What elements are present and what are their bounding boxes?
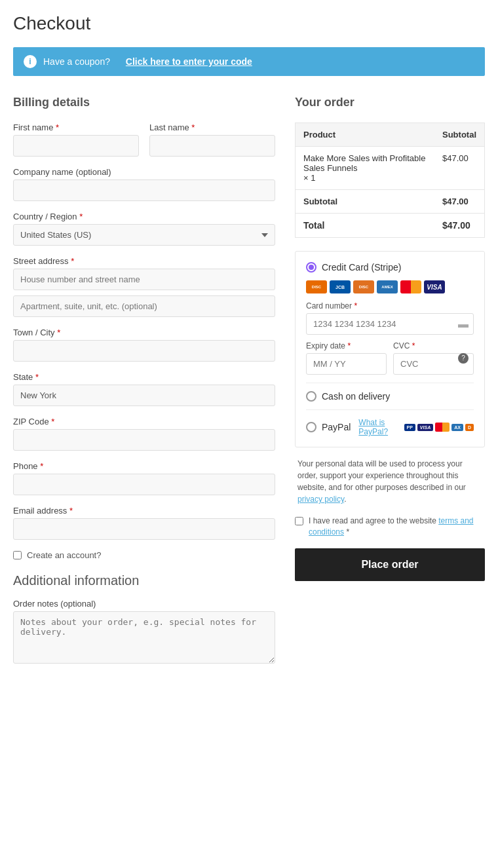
cc-radio[interactable] <box>306 262 316 273</box>
state-label: State * <box>13 372 275 382</box>
total-label: Total <box>296 214 435 238</box>
paypal-amex-icon: AX <box>451 424 463 431</box>
discover2-icon: DISC <box>353 280 374 293</box>
create-account-checkbox[interactable] <box>13 551 22 559</box>
expiry-input[interactable] <box>306 353 387 375</box>
company-label: Company name (optional) <box>13 167 275 177</box>
payment-divider-2 <box>306 409 474 410</box>
order-notes-input[interactable] <box>13 611 275 664</box>
payment-section: Credit Card (Stripe) DISC JCB DISC AMEX … <box>295 251 485 447</box>
country-label: Country / Region * <box>13 212 275 221</box>
order-notes-label: Order notes (optional) <box>13 599 275 609</box>
order-section: Your order Product Subtotal Make More Sa… <box>295 96 485 676</box>
cash-label: Cash on delivery <box>322 391 390 402</box>
privacy-policy-link[interactable]: privacy policy <box>297 495 344 504</box>
city-input[interactable] <box>13 340 275 362</box>
billing-section: Billing details First name * Last name *… <box>13 96 275 676</box>
paypal-link[interactable]: What is PayPal? <box>358 418 398 436</box>
paypal-logo-icon: PP <box>404 424 415 431</box>
card-number-label: Card number * <box>306 301 474 311</box>
country-group: Country / Region * United States (US) <box>13 212 275 246</box>
page-title: Checkout <box>13 13 485 34</box>
table-row: Make More Sales with Profitable Sales Fu… <box>296 147 485 190</box>
expiry-label: Expiry date * <box>306 341 387 350</box>
street-label: Street address * <box>13 256 275 266</box>
create-account-label: Create an account? <box>27 550 101 560</box>
cc-option[interactable]: Credit Card (Stripe) DISC JCB DISC AMEX … <box>306 262 474 375</box>
terms-row: I have read and agree to the website ter… <box>295 516 485 538</box>
city-group: Town / City * <box>13 328 275 362</box>
additional-info-title: Additional information <box>13 573 275 588</box>
coupon-banner: i Have a coupon? Click here to enter you… <box>13 47 485 76</box>
cvc-group: CVC * ? <box>393 341 474 375</box>
last-name-label: Last name * <box>149 123 275 132</box>
total-row: Total $47.00 <box>296 214 485 238</box>
paypal-option[interactable]: PayPal What is PayPal? PP VISA AX D <box>306 418 474 436</box>
cc-icons: DISC JCB DISC AMEX VISA <box>306 280 474 293</box>
company-group: Company name (optional) <box>13 167 275 201</box>
paypal-mc-icon <box>435 423 450 432</box>
total-value: $47.00 <box>434 214 485 238</box>
jcb-icon: JCB <box>330 280 351 293</box>
name-row: First name * Last name * <box>13 123 275 157</box>
email-group: Email address * <box>13 506 275 540</box>
cvc-help-icon[interactable]: ? <box>458 353 469 364</box>
terms-checkbox[interactable] <box>295 517 303 525</box>
last-name-group: Last name * <box>149 123 275 157</box>
card-number-field: ▬ <box>306 313 474 335</box>
product-name-cell: Make More Sales with Profitable Sales Fu… <box>296 147 435 190</box>
card-number-input[interactable] <box>306 313 474 335</box>
billing-title: Billing details <box>13 96 275 109</box>
state-input[interactable] <box>13 385 275 406</box>
order-title: Your order <box>295 96 485 109</box>
amex-icon: AMEX <box>377 280 398 293</box>
cc-label: Credit Card (Stripe) <box>322 262 401 273</box>
cvc-label: CVC * <box>393 341 474 350</box>
apt-input[interactable] <box>13 295 275 317</box>
order-notes-group: Order notes (optional) <box>13 599 275 666</box>
expiry-group: Expiry date * <box>306 341 387 375</box>
order-table: Product Subtotal Make More Sales with Pr… <box>295 123 485 238</box>
street-group: Street address * <box>13 256 275 317</box>
zip-label: ZIP Code * <box>13 417 275 426</box>
paypal-icons: PP VISA AX D <box>404 423 474 432</box>
first-name-label: First name * <box>13 123 139 132</box>
paypal-label: PayPal <box>322 422 351 432</box>
payment-divider-1 <box>306 383 474 383</box>
card-number-section: Card number * ▬ <box>306 301 474 335</box>
cash-option[interactable]: Cash on delivery <box>306 391 474 402</box>
cash-radio[interactable] <box>306 391 316 402</box>
email-label: Email address * <box>13 506 275 516</box>
privacy-text: Your personal data will be used to proce… <box>295 458 485 505</box>
paypal-visa-icon: VISA <box>417 424 433 431</box>
coupon-link[interactable]: Click here to enter your code <box>126 56 252 67</box>
cc-option-row: Credit Card (Stripe) <box>306 262 474 273</box>
last-name-input[interactable] <box>149 135 275 157</box>
info-icon: i <box>24 55 37 68</box>
street-input[interactable] <box>13 269 275 290</box>
expiry-cvc-row: Expiry date * CVC * ? <box>306 341 474 375</box>
first-name-input[interactable] <box>13 135 139 157</box>
place-order-button[interactable]: Place order <box>295 548 485 581</box>
phone-label: Phone * <box>13 461 275 471</box>
email-input[interactable] <box>13 518 275 540</box>
country-select[interactable]: United States (US) <box>13 224 275 246</box>
paypal-radio[interactable] <box>306 422 316 432</box>
coupon-text: Have a coupon? <box>43 56 110 67</box>
card-icon: ▬ <box>458 318 469 330</box>
create-account-row: Create an account? <box>13 550 275 560</box>
first-name-group: First name * <box>13 123 139 157</box>
paypal-disc-icon: D <box>465 424 474 431</box>
product-price-cell: $47.00 <box>434 147 485 190</box>
city-label: Town / City * <box>13 328 275 337</box>
company-input[interactable] <box>13 179 275 201</box>
subtotal-label: Subtotal <box>296 190 435 214</box>
zip-input[interactable] <box>13 429 275 451</box>
mastercard-icon <box>400 280 421 293</box>
phone-group: Phone * <box>13 461 275 495</box>
zip-group: ZIP Code * <box>13 417 275 451</box>
main-layout: Billing details First name * Last name *… <box>13 96 485 676</box>
phone-input[interactable] <box>13 474 275 495</box>
subtotal-row: Subtotal $47.00 <box>296 190 485 214</box>
state-group: State * <box>13 372 275 406</box>
